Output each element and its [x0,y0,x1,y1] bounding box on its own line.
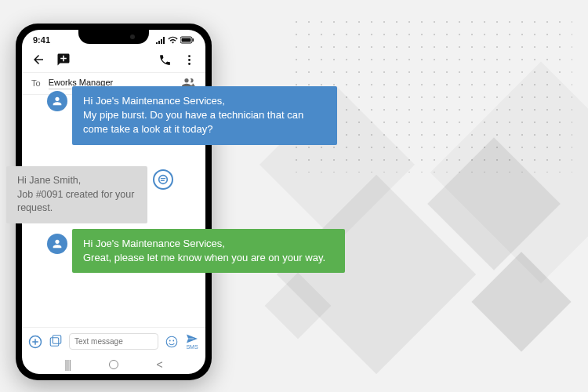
call-button[interactable] [158,53,172,67]
phone-frame: 9:41 [16,24,212,380]
recipient-row: To Eworks Manager [22,72,205,95]
gallery-button[interactable] [49,335,63,349]
svg-rect-8 [53,335,61,343]
composer: SMS [22,327,205,355]
add-recipient-button[interactable] [182,78,196,89]
svg-rect-7 [50,337,59,346]
svg-point-4 [188,59,191,61]
arrow-left-icon [31,53,45,67]
svg-rect-2 [193,38,194,42]
notch [78,30,149,44]
signal-icon [156,36,165,44]
message-plus-icon [56,53,71,67]
svg-point-11 [172,339,174,341]
phone-icon [158,53,172,67]
status-icons [156,36,194,44]
emoji-button[interactable] [165,335,179,349]
back-button[interactable] [31,53,45,67]
home-button[interactable] [109,360,118,369]
back-nav-button[interactable]: < [156,358,162,371]
add-button[interactable] [28,335,42,349]
send-icon [185,333,199,344]
message-input[interactable] [69,333,158,350]
emoji-icon [165,335,179,349]
clock: 9:41 [33,35,50,45]
android-nav-bar: ||| < [22,355,205,374]
message-list [22,95,205,327]
new-message-button[interactable] [56,53,71,67]
to-label: To [31,78,41,88]
more-vert-icon [183,53,196,67]
send-label: SMS [186,344,198,350]
svg-point-3 [188,55,191,57]
image-icon [49,335,63,349]
recent-apps-button[interactable]: ||| [64,358,71,371]
screen: 9:41 [22,30,205,374]
svg-point-5 [188,63,191,65]
svg-point-10 [169,339,171,341]
wifi-icon [168,36,178,44]
background-decoration [196,0,588,392]
plus-circle-icon [28,335,42,349]
recipient-name[interactable]: Eworks Manager [49,76,174,89]
battery-icon [180,36,194,44]
group-add-icon [182,78,196,89]
svg-point-9 [166,336,177,347]
send-button[interactable]: SMS [185,333,199,350]
app-bar [22,47,205,72]
more-button[interactable] [183,53,196,67]
svg-rect-1 [182,38,191,42]
